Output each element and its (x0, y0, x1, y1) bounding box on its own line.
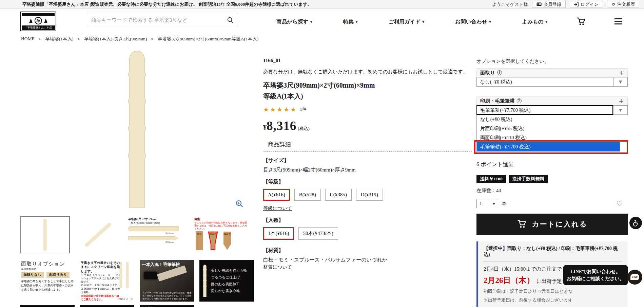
count-buttons: 1本(¥616) 50本(¥473/本) (263, 227, 472, 240)
breadcrumb-current: 卒塔婆3尺(909mm)×2寸(60mm)×9mm等級A(1本入) (147, 36, 259, 42)
breadcrumb-subcategory[interactable]: 卒塔婆(1本入)-長さ3尺(909mm) (74, 36, 147, 42)
tile-size-image[interactable]: サイズイメージ (140, 305, 194, 307)
logo-emblem: 卒 (21, 16, 56, 25)
chamfer-labels: 面取りなし 面取りあり (21, 272, 74, 278)
nav-item-reading[interactable]: よみもの (522, 18, 547, 25)
site-logo[interactable]: 卒 「卒塔婆屋さん」本店 (20, 12, 56, 31)
nav-item-contact[interactable]: お問い合わせ (455, 18, 491, 25)
dropdown-option-partial[interactable] (477, 151, 620, 154)
brush-title: 一本入魂！毛筆筆耕 (142, 262, 180, 268)
grade-info-link[interactable]: 等級について (263, 205, 292, 212)
line-button[interactable]: LINE (627, 270, 642, 285)
breadcrumb: HOME 卒塔婆(1本入) 卒塔婆(1本入)-長さ3尺(909mm) 卒塔婆3尺… (21, 36, 258, 42)
zoom-in-icon[interactable] (235, 200, 243, 208)
quantity-value: 1 (480, 201, 482, 206)
chamfer-description: 卒塔婆の角を丸くすることで手にした時に馴染みが良く、大量の卒塔婆への文字を書く際… (21, 279, 74, 292)
add-to-cart-button[interactable]: カートに入れる (476, 214, 628, 235)
rating-row[interactable]: ★★★★★ 1件 (263, 106, 472, 113)
nav-label: 商品から探す (276, 18, 308, 25)
search-input[interactable] (91, 17, 227, 23)
review-count[interactable]: 1件 (300, 106, 307, 112)
line-contact-tooltip[interactable]: LINEでお問い合わせ。 お気軽にご相談ください。 (563, 265, 628, 285)
thumbnail-front-selected[interactable] (20, 216, 70, 253)
tile-chamfer-option[interactable]: 面取りオプション 卒塔婆断面図 面取りなし 面取りあり 卒塔婆の角を丸くすること… (20, 260, 75, 302)
options-prompt: オプションを選択してください。 (476, 58, 628, 65)
tile-partial[interactable] (20, 305, 75, 307)
material-value: 白松・モミ・スプルース・バルサムファーのいづれか (263, 257, 472, 263)
diagram-subtitle: （長さ 909mm×60mm×9mm） (128, 221, 161, 225)
grade-heading: 【等級】 (263, 179, 472, 185)
product-info: 1166_01 必要な分だけ、無駄なくご購入いただけます。初めてのお客様にもお試… (263, 58, 472, 270)
login-button[interactable]: ログイン (570, 1, 603, 8)
thumbnail-diagonal[interactable] (78, 216, 118, 253)
grade-b-button[interactable]: B(¥528) (294, 189, 321, 201)
nav-item-products[interactable]: 商品から探す (276, 18, 312, 25)
add-to-cart-label: カートに入れる (532, 219, 587, 229)
main-product-image[interactable] (20, 48, 254, 214)
print-select-focused[interactable]: 毛筆筆耕(+¥7,700 税込) ▼ (476, 105, 628, 115)
nav-label: よみもの (522, 18, 543, 25)
star-rating-icons: ★★★★★ (263, 106, 297, 113)
tile-brush-calligraphy[interactable]: 一本入魂！毛筆筆耕 スクリーン印刷では実現出来なかった戒名・施主名・日付など1本… (140, 260, 194, 302)
diagram-sotoba-bottom (128, 236, 179, 240)
brush-description: スクリーン印刷では実現出来なかった戒名・施主名・日付など1本1本異なる内容でも、… (142, 291, 192, 300)
dropdown-option-double-side[interactable]: 両面印刷(+¥110 税込) (477, 133, 620, 142)
favorite-heart-icon[interactable]: ♡ (616, 200, 623, 207)
order-history-button[interactable]: ↺ 注文履歴 (607, 1, 639, 8)
material-info-link[interactable]: 材質について (263, 264, 292, 270)
dropdown-option-brush-highlighted[interactable]: 毛筆筆耕(+¥7,700 税込) (477, 142, 620, 151)
print-item: ① 手書き イラストレーター・フォトショップデータによる入稿が可能です。 (81, 273, 121, 284)
quantity-select[interactable]: 1 (476, 199, 498, 208)
register-button[interactable]: 会員登録 (532, 1, 566, 8)
finish-line: 滑らかな書き心地 (211, 288, 247, 294)
tile-partial[interactable] (80, 305, 134, 307)
breadcrumb-home[interactable]: HOME (21, 36, 35, 42)
ship-date-disclaimer: ※出荷予定日は、前後する場合がございます (484, 297, 622, 303)
tile-screen-print[interactable]: 手書き文字の風合いをそのままにスクリーン印刷を施します。 ① 手書き イラストレ… (80, 260, 134, 302)
chamfer-select[interactable]: なし(+¥0 税込) ▼ (476, 77, 628, 87)
line-icon: LINE (630, 274, 639, 280)
search-bar (87, 13, 238, 27)
print-item: ③ 原版製作費は初回のみ、維持費は無料 (81, 287, 121, 294)
search-icon[interactable] (227, 17, 234, 23)
print-item: ② 印刷データ代行作成承ります。 (81, 284, 121, 287)
tree-icon (44, 18, 47, 23)
expand-plus-icon[interactable] (618, 69, 624, 77)
selected-options-note: 【選択中】面取り：なし(+¥0 税込) / 印刷：毛筆筆耕(+¥7,700 税込… (484, 246, 622, 258)
print-option-header: 印刷・毛筆筆耕 (476, 96, 628, 105)
print-warning: ※初回印刷ご注文時は原版も一緒にご購入ください。 (81, 294, 121, 301)
count-1-button[interactable]: 1本(¥616) (263, 227, 294, 240)
grade-a-button[interactable]: A(¥616) (263, 189, 290, 201)
order-history-label: 注文履歴 (617, 1, 635, 7)
count-50-button[interactable]: 50本(¥473/本) (298, 227, 338, 240)
price-tax-note: (税込) (298, 126, 310, 132)
cart-icon[interactable] (577, 17, 586, 26)
chamfer-selected-value: なし(+¥0 税込) (476, 77, 613, 87)
product-title: 卒塔婆3尺(909mm)×2寸(60mm)×9mm 等級A(1本入) (263, 80, 472, 102)
dropdown-option-single-side[interactable]: 片面印刷(+¥55 税込) (477, 124, 620, 133)
thumbnail-size-diagram[interactable]: 卒塔婆3尺 ×2寸 ×9mm （長さ 909mm×60mm×9mm） 約60mm… (126, 216, 184, 253)
tile-surface-finish[interactable]: 美しい曲線を描く五輪 つるつるに仕上げ 艶のある表面加工 滑らかな書き心地 (199, 260, 254, 302)
nav-item-features[interactable]: 特集 (343, 18, 358, 25)
price-currency: ¥ (263, 124, 267, 132)
select-arrow: ▼ (613, 105, 628, 115)
menu-icon[interactable] (614, 18, 622, 26)
nav-label: ご利用ガイド (388, 18, 420, 25)
accessibility-button[interactable] (629, 217, 642, 229)
points-note: 6 ポイント進呈 (476, 161, 628, 168)
expand-plus-icon[interactable] (618, 97, 624, 105)
breadcrumb-category[interactable]: 卒塔婆(1本入) (35, 36, 74, 42)
grade-c-button[interactable]: C(¥385) (325, 189, 352, 201)
chamfer-yes-label: 面取りあり (46, 272, 69, 278)
print-caption: 印刷イメージ (119, 297, 133, 301)
dropdown-option-none[interactable]: なし(+¥0 税込) (477, 115, 620, 124)
thumbnail-row: 卒塔婆3尺 ×2寸 ×9mm （長さ 909mm×60mm×9mm） 約60mm… (20, 216, 254, 253)
grade-d-button[interactable]: D(¥319) (356, 189, 383, 201)
finish-line: 艶のある表面加工 (211, 281, 247, 288)
nav-item-guide[interactable]: ご利用ガイド (388, 18, 424, 25)
thumbnail-leg-types[interactable]: 脚型 ※こちらの商品の脚型は赤枠となります。脚型変更する際は、特注加工欄に下記脚… (193, 216, 251, 253)
help-icon[interactable] (517, 98, 522, 103)
top-bar-links: ようこそゲスト様 会員登録 ログイン ↺ 注文履歴 (492, 1, 639, 8)
help-icon[interactable] (497, 70, 502, 75)
header: 卒 「卒塔婆屋さん」本店 商品から探す 特集 ご利用ガイド お問い合わせ よみも… (0, 9, 644, 35)
